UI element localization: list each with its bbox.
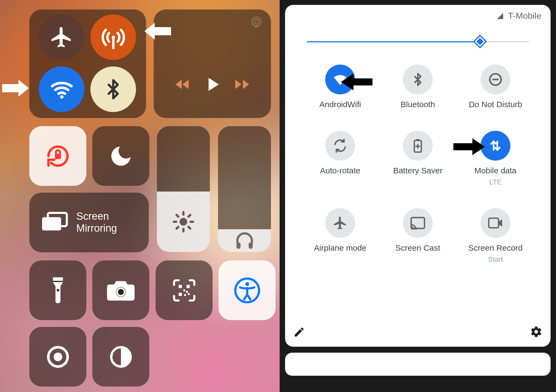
svg-point-31 xyxy=(245,282,249,286)
android-quick-settings-panel: T-Mobile AndroidWifi xyxy=(285,5,551,347)
headphones-icon xyxy=(234,230,255,251)
qs-label: AndroidWifi xyxy=(319,100,361,109)
qr-code-icon xyxy=(171,278,197,303)
gear-icon xyxy=(530,326,542,338)
svg-line-14 xyxy=(188,227,190,228)
qs-tile-batterysaver[interactable]: Battery Saver xyxy=(379,131,457,186)
wifi-toggle[interactable] xyxy=(39,66,84,112)
qs-label: Airplane mode xyxy=(314,243,366,253)
android-quick-settings-wrapper: T-Mobile AndroidWifi xyxy=(280,0,556,392)
rotation-lock-icon xyxy=(44,142,72,170)
edit-button[interactable] xyxy=(293,326,305,339)
qs-label: Screen Record xyxy=(468,243,523,253)
svg-rect-40 xyxy=(416,139,419,141)
svg-point-4 xyxy=(254,20,259,24)
svg-point-46 xyxy=(411,228,412,230)
svg-rect-19 xyxy=(53,281,63,282)
svg-rect-18 xyxy=(249,243,253,249)
svg-rect-28 xyxy=(188,293,190,295)
moon-icon xyxy=(108,143,134,169)
do-not-disturb-toggle[interactable] xyxy=(92,126,149,186)
bluetooth-icon xyxy=(102,78,124,100)
screen-record-button[interactable] xyxy=(29,327,86,387)
svg-rect-6 xyxy=(42,217,61,231)
screen-record-icon xyxy=(488,217,503,229)
svg-rect-26 xyxy=(183,289,185,291)
orientation-lock-toggle[interactable] xyxy=(29,126,86,186)
fast-forward-button[interactable] xyxy=(233,75,251,94)
connectivity-tile[interactable] xyxy=(29,9,146,118)
svg-line-16 xyxy=(188,215,190,216)
airplane-icon xyxy=(49,25,74,49)
settings-button[interactable] xyxy=(530,326,542,339)
airplay-icon xyxy=(250,15,263,29)
screen-mirroring-label: Screen Mirroring xyxy=(76,211,117,234)
wifi-icon xyxy=(332,71,349,88)
qs-tile-screencast[interactable]: Screen Cast xyxy=(379,208,457,264)
svg-point-33 xyxy=(53,352,62,361)
qs-label: Auto-rotate xyxy=(320,166,360,175)
accessibility-button[interactable] xyxy=(219,260,276,320)
camera-icon xyxy=(106,278,136,302)
annotation-arrow-wifi xyxy=(2,79,27,96)
wifi-icon xyxy=(49,77,75,102)
cast-icon xyxy=(410,216,426,230)
svg-line-13 xyxy=(176,215,178,216)
svg-point-20 xyxy=(56,289,59,292)
flashlight-icon xyxy=(48,275,68,305)
cellular-antenna-icon xyxy=(100,24,126,50)
qs-label: Battery Saver xyxy=(393,166,443,175)
cellular-data-toggle[interactable] xyxy=(90,14,136,60)
qs-tile-autorotate[interactable]: Auto-rotate xyxy=(301,131,379,186)
screen-mirroring-button[interactable]: Screen Mirroring xyxy=(29,193,149,252)
notifications-sheet-peek[interactable] xyxy=(285,353,551,376)
quick-settings-grid: AndroidWifi Bluetooth Do Not Disturb xyxy=(301,65,534,264)
qs-tile-airplane[interactable]: Airplane mode xyxy=(301,208,379,264)
airplane-mode-toggle[interactable] xyxy=(39,14,84,60)
svg-rect-25 xyxy=(179,292,182,296)
qs-sublabel: LTE xyxy=(489,178,502,186)
qs-tile-wifi[interactable]: AndroidWifi xyxy=(301,65,379,109)
screen-mirroring-icon xyxy=(40,211,69,234)
svg-point-8 xyxy=(179,218,187,225)
airplane-icon xyxy=(333,215,348,231)
brightness-slider[interactable] xyxy=(307,37,529,46)
record-icon xyxy=(45,344,71,370)
rewind-button[interactable] xyxy=(173,75,192,94)
auto-rotate-icon xyxy=(333,138,348,153)
media-controls-tile[interactable] xyxy=(154,9,271,118)
battery-saver-icon xyxy=(412,138,424,153)
svg-point-2 xyxy=(60,95,64,98)
svg-line-15 xyxy=(176,227,178,228)
qr-scanner-button[interactable] xyxy=(156,260,213,320)
play-button[interactable] xyxy=(201,73,223,95)
svg-rect-29 xyxy=(184,294,186,296)
ios-control-center: Screen Mirroring xyxy=(0,0,280,392)
carrier-label: T-Mobile xyxy=(508,11,541,21)
svg-rect-23 xyxy=(179,285,182,288)
dark-mode-icon xyxy=(108,344,134,370)
dark-mode-button[interactable] xyxy=(92,327,149,387)
camera-button[interactable] xyxy=(92,260,149,320)
brightness-slider[interactable] xyxy=(157,126,210,252)
flashlight-button[interactable] xyxy=(29,260,86,320)
volume-slider[interactable] xyxy=(218,126,271,252)
brightness-thumb-icon xyxy=(473,34,487,49)
qs-label: Do Not Disturb xyxy=(469,100,522,109)
svg-rect-24 xyxy=(186,285,189,288)
qs-tile-dnd[interactable]: Do Not Disturb xyxy=(457,65,534,109)
bluetooth-toggle[interactable] xyxy=(90,66,136,112)
accessibility-icon xyxy=(233,276,261,305)
qs-tile-screenrecord[interactable]: Screen Record Start xyxy=(457,208,534,264)
pencil-icon xyxy=(293,326,305,338)
mobile-data-icon xyxy=(488,138,503,153)
svg-rect-47 xyxy=(489,218,498,228)
qs-tile-bluetooth[interactable]: Bluetooth xyxy=(379,65,457,109)
qs-tile-mobiledata[interactable]: Mobile data LTE xyxy=(457,131,534,186)
status-carrier: T-Mobile xyxy=(496,11,541,21)
qs-label: Screen Cast xyxy=(395,243,440,253)
svg-rect-27 xyxy=(186,291,188,293)
qs-label: Bluetooth xyxy=(401,100,435,109)
sun-icon xyxy=(172,210,195,233)
qs-sublabel: Start xyxy=(488,255,503,264)
